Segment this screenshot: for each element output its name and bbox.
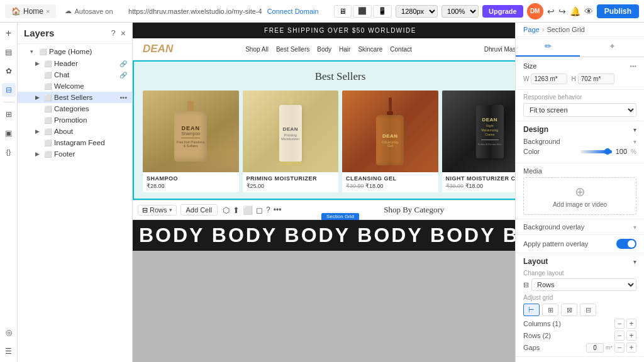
sidebar-icon-add[interactable]: + — [2, 26, 16, 40]
body-marquee: BODY BODY BODY BODY BODY BODY BODY BODY … — [133, 220, 515, 251]
sidebar-icon-pages[interactable]: ▤ — [2, 45, 16, 59]
rows-plus-btn[interactable]: + — [626, 331, 636, 341]
sidebar-icon-design[interactable]: ✿ — [2, 64, 16, 78]
avatar[interactable]: DM — [527, 3, 543, 19]
product-card-shampoo[interactable]: DEAN Shampoo Free from Parabens& Sulfate… — [143, 90, 239, 192]
design-tab-icon: ✏ — [545, 41, 552, 51]
columns-minus-btn[interactable]: − — [614, 319, 625, 329]
height-input[interactable]: 702 m* — [578, 74, 614, 84]
rows-stepper: − + — [614, 331, 636, 341]
layer-item-footer[interactable]: ▶ ⬜ Footer — [18, 148, 132, 160]
icon-sidebar: + ▤ ✿ ⊟ ⊞ ▣ {} ◎ ☰ — [0, 23, 18, 362]
size-preset-select[interactable]: 1280px — [396, 5, 438, 18]
tool-icon-drag[interactable]: ⬡ — [223, 206, 230, 215]
tablet-view-btn[interactable]: ⬛ — [353, 5, 372, 18]
rows-layout-icon: ⊟ — [523, 281, 529, 289]
shop-category-preview: Shop By Category — [285, 205, 515, 215]
sidebar-icon-code[interactable]: {} — [2, 145, 16, 159]
sidebar-icon-settings[interactable]: ☰ — [2, 344, 16, 358]
product-card-cleansing[interactable]: DEAN CleansingGel CLEANSING GEL ₹30.00 ₹… — [342, 90, 438, 192]
nav-contact[interactable]: Contact — [390, 46, 411, 53]
opacity-pct: % — [631, 148, 636, 155]
layers-title: Layers — [24, 28, 54, 38]
nav-skincare[interactable]: Skincare — [358, 46, 382, 53]
columns-plus-btn[interactable]: + — [626, 319, 636, 329]
tool-icon-more[interactable]: ••• — [274, 206, 282, 214]
layer-item-categories[interactable]: ⬜ Categories — [18, 103, 132, 114]
connect-domain-link[interactable]: Connect Domain — [267, 8, 319, 15]
best-sellers-expand-arrow: ▶ — [35, 94, 44, 101]
layer-item-chat[interactable]: ⬜ Chat 🔗 — [18, 69, 132, 80]
layer-item-instagram[interactable]: ⬜ Instagram Feed — [18, 137, 132, 148]
canvas-scroll[interactable]: FREE SHIPPING OVER $50 WORLDWIDE DEAN Sh… — [133, 23, 515, 362]
autosave-text: Autosave on — [74, 8, 113, 15]
nav-body[interactable]: Body — [317, 46, 331, 53]
gaps-controls: 0 m* − + — [586, 343, 636, 353]
mobile-view-btn[interactable]: 📱 — [373, 5, 392, 18]
product-name-cleansing: CLEANSING GEL — [346, 175, 435, 182]
responsive-select[interactable]: Fit to screen — [523, 103, 636, 117]
gaps-plus-btn[interactable]: + — [626, 343, 636, 353]
gaps-minus-btn[interactable]: − — [614, 343, 625, 353]
nav-links: Shop All Best Sellers Body Hair Skincare… — [245, 46, 412, 53]
breadcrumb-page[interactable]: Page — [523, 26, 540, 33]
upgrade-button[interactable]: Upgrade — [482, 5, 523, 18]
preview-btn[interactable]: 👁 — [584, 6, 593, 16]
width-input[interactable]: 1263 m* — [531, 74, 567, 84]
desktop-view-btn[interactable]: 🖥 — [334, 5, 352, 18]
gaps-value-input[interactable]: 0 — [586, 343, 604, 353]
home-close-icon[interactable]: × — [46, 8, 50, 15]
layers-help-btn[interactable]: ? — [111, 28, 116, 38]
layout-selector-row: ⊟ Rows — [523, 278, 636, 291]
redo-btn[interactable]: ↪ — [558, 6, 566, 16]
sidebar-icon-media[interactable]: ▣ — [2, 126, 16, 140]
old-price-night: ₹30.00 — [446, 183, 464, 189]
rows-minus-btn[interactable]: − — [614, 331, 625, 341]
product-card-moisturizer[interactable]: DEAN PrimingMoisturizer PRIMING MOISTURI… — [243, 90, 339, 192]
size-more-icon[interactable]: ••• — [630, 63, 636, 70]
layer-item-promotion[interactable]: ⬜ Promotion — [18, 114, 132, 126]
layout-type-select[interactable]: Rows — [531, 278, 636, 291]
sidebar-icon-chat[interactable]: ◎ — [2, 326, 16, 339]
layer-item-best-sellers[interactable]: ▶ ⬜ Best Sellers ••• — [18, 92, 132, 103]
undo-btn[interactable]: ↩ — [547, 6, 555, 16]
layer-item-page[interactable]: ▾ ⬜ Page (Home) — [18, 45, 132, 58]
tab-animate[interactable]: ✦ — [580, 37, 644, 57]
sidebar-icon-components[interactable]: ⊞ — [2, 107, 16, 121]
grid-btn-3[interactable]: ⊠ — [561, 304, 577, 316]
tab-design[interactable]: ✏ — [516, 37, 580, 57]
notifications-btn[interactable]: 🔔 — [570, 6, 580, 16]
canvas-area: FREE SHIPPING OVER $50 WORLDWIDE DEAN Sh… — [133, 23, 515, 362]
grid-btn-4[interactable]: ⊟ — [580, 304, 596, 316]
add-media-label: Add image or video — [553, 201, 607, 208]
layer-label-chat: Chat — [54, 71, 119, 79]
layer-item-welcome[interactable]: ⬜ Welcome — [18, 80, 132, 92]
site-banner: FREE SHIPPING OVER $50 WORLDWIDE — [133, 23, 515, 38]
tool-icon-comment[interactable]: ◻ — [256, 206, 263, 215]
columns-stepper: − + — [614, 319, 636, 329]
layer-item-about[interactable]: ▶ ⬜ About — [18, 126, 132, 137]
grid-btn-2[interactable]: ⊞ — [542, 304, 558, 316]
nav-best-sellers[interactable]: Best Sellers — [276, 46, 309, 53]
tool-icon-help[interactable]: ? — [266, 206, 270, 214]
zoom-select[interactable]: 100% — [441, 5, 479, 18]
add-media-box[interactable]: ⊕ Add image or video — [523, 177, 636, 215]
rows-selector[interactable]: ⊟ Rows ▾ — [138, 205, 177, 216]
pattern-overlay-row: Apply pattern overlay — [523, 239, 636, 249]
grid-btn-1[interactable]: ⊢ — [523, 304, 540, 316]
layers-close-btn[interactable]: × — [121, 28, 126, 38]
sidebar-icon-layers[interactable]: ⊟ — [2, 83, 16, 97]
product-card-night[interactable]: DEAN NightMoisturizingCreme Soften & Ren… — [442, 90, 516, 192]
color-slider-track[interactable] — [580, 150, 612, 153]
pattern-overlay-toggle[interactable] — [616, 239, 636, 249]
tool-icon-up[interactable]: ⬆ — [233, 206, 240, 215]
best-sellers-more-icon[interactable]: ••• — [119, 94, 127, 101]
home-tab[interactable]: 🏠 Home × — [5, 4, 56, 18]
layer-item-header[interactable]: ▶ ⬜ Header 🔗 — [18, 58, 132, 69]
nav-hair[interactable]: Hair — [339, 46, 350, 53]
publish-button[interactable]: Publish — [597, 4, 639, 18]
tool-icon-frame[interactable]: ⬜ — [243, 206, 253, 215]
add-cell-button[interactable]: Add Cell — [180, 204, 218, 216]
nav-shop-all[interactable]: Shop All — [245, 46, 269, 53]
size-header: Size ••• — [523, 62, 636, 70]
